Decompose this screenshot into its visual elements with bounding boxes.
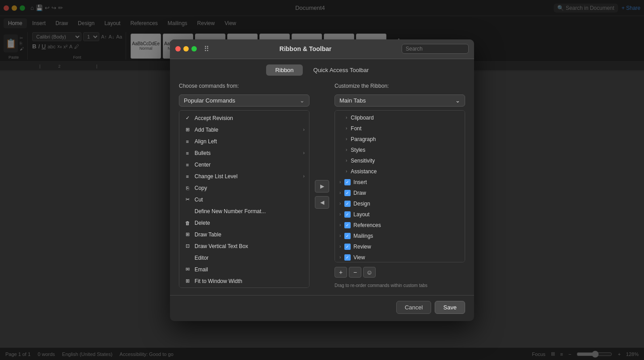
cancel-button[interactable]: Cancel xyxy=(396,301,431,314)
sensitivity-expand: › xyxy=(346,158,347,163)
tab-ribbon[interactable]: Ribbon xyxy=(266,64,302,76)
styles-expand: › xyxy=(346,147,347,152)
align-left-icon: ≡ xyxy=(184,138,191,145)
insert-expand: › xyxy=(339,180,341,184)
cmd-email[interactable]: ✉ Email xyxy=(179,264,309,275)
draw-check: ✓ xyxy=(344,190,351,196)
rename-tab-button[interactable]: ☺ xyxy=(363,267,376,278)
modal-close-btn[interactable] xyxy=(175,46,181,51)
clipboard-expand: › xyxy=(346,115,347,120)
cmd-align-left[interactable]: ≡ Align Left xyxy=(179,136,309,147)
ribbon-dropdown[interactable]: Main Tabs ⌄ xyxy=(335,94,465,107)
add-table-arrow: › xyxy=(303,127,305,132)
add-to-ribbon-button[interactable]: ▶ xyxy=(315,180,329,193)
draw-table-icon: ⊞ xyxy=(184,231,191,238)
cut-icon: ✂ xyxy=(184,196,191,203)
layout-expand: › xyxy=(339,212,341,217)
modal-titlebar: ⠿ Ribbon & Toolbar xyxy=(170,39,474,59)
assistance-expand: › xyxy=(346,169,347,174)
ribbon-item-sensitivity[interactable]: › Sensitivity xyxy=(335,155,465,166)
ribbon-item-styles[interactable]: › Styles xyxy=(335,145,465,155)
drag-hint: Drag to re-order commands within custom … xyxy=(335,283,465,288)
modal-window-controls xyxy=(175,46,197,51)
customize-ribbon-label: Customize the Ribbon: xyxy=(335,83,465,89)
right-panel: Customize the Ribbon: Main Tabs ⌄ › Clip… xyxy=(335,83,465,288)
view-expand: › xyxy=(339,255,341,260)
left-panel: Choose commands from: Popular Commands ⌄… xyxy=(179,83,309,288)
ribbon-item-design[interactable]: › ✓ Design xyxy=(335,198,465,209)
tab-quick-access-toolbar[interactable]: Quick Access Toolbar xyxy=(305,64,378,76)
cmd-fit-to-window-width[interactable]: ⊞ Fit to Window Width xyxy=(179,275,309,287)
cmd-add-table[interactable]: ⊞ Add Table › xyxy=(179,124,309,136)
cmd-cut[interactable]: ✂ Cut xyxy=(179,194,309,206)
cmd-center[interactable]: ≡ Center xyxy=(179,159,309,171)
ribbon-item-paragraph[interactable]: › Paragraph xyxy=(335,134,465,145)
review-expand: › xyxy=(339,244,341,249)
modal-max-btn[interactable] xyxy=(191,46,197,51)
ribbon-item-assistance[interactable]: › Assistance xyxy=(335,166,465,177)
modal-min-btn[interactable] xyxy=(183,46,189,51)
modal-footer: Cancel Save xyxy=(170,295,474,321)
commands-dropdown[interactable]: Popular Commands ⌄ xyxy=(179,94,309,107)
ribbon-item-review[interactable]: › ✓ Review xyxy=(335,241,465,252)
references-check: ✓ xyxy=(344,222,351,228)
commands-list[interactable]: ✓ Accept Revision ⊞ Add Table › ≡ Align … xyxy=(179,110,309,288)
design-expand: › xyxy=(339,201,341,206)
ribbon-item-draw[interactable]: › ✓ Draw xyxy=(335,188,465,198)
save-button[interactable]: Save xyxy=(435,301,465,314)
ribbon-toolbar-modal: ⠿ Ribbon & Toolbar Ribbon Quick Access T… xyxy=(170,39,474,321)
commands-dropdown-chevron: ⌄ xyxy=(300,97,305,104)
review-check: ✓ xyxy=(344,244,351,250)
cmd-bullets[interactable]: ≡ Bullets › xyxy=(179,147,309,159)
commands-from-label: Choose commands from: xyxy=(179,83,309,89)
add-tab-button[interactable]: + xyxy=(335,267,347,278)
modal-body: Choose commands from: Popular Commands ⌄… xyxy=(170,76,474,295)
cmd-accept-revision[interactable]: ✓ Accept Revision xyxy=(179,112,309,124)
cmd-editor[interactable]: Editor xyxy=(179,252,309,264)
ribbon-item-references[interactable]: › ✓ References xyxy=(335,220,465,231)
remove-tab-button[interactable]: − xyxy=(349,267,361,278)
ribbon-item-clipboard[interactable]: › Clipboard xyxy=(335,112,465,123)
paragraph-expand: › xyxy=(346,137,347,141)
center-icon: ≡ xyxy=(184,161,191,168)
ribbon-item-mailings[interactable]: › ✓ Mailings xyxy=(335,231,465,241)
copy-icon: ⎘ xyxy=(184,184,191,192)
draw-vertical-text-box-icon: ⊡ xyxy=(184,243,191,250)
ribbon-item-insert[interactable]: › ✓ Insert xyxy=(335,177,465,188)
cmd-draw-vertical-text-box[interactable]: ⊡ Draw Vertical Text Box xyxy=(179,240,309,252)
accept-revision-icon: ✓ xyxy=(184,115,191,122)
modal-overlay: ⠿ Ribbon & Toolbar Ribbon Quick Access T… xyxy=(0,0,644,360)
fit-to-window-icon: ⊞ xyxy=(184,278,191,285)
change-list-level-arrow: › xyxy=(303,174,305,179)
cmd-define-new-number-format[interactable]: Define New Number Format... xyxy=(179,206,309,217)
draw-expand: › xyxy=(339,190,341,195)
middle-arrows: ▶ ◀ xyxy=(309,101,335,288)
ribbon-item-layout[interactable]: › ✓ Layout xyxy=(335,209,465,220)
insert-check: ✓ xyxy=(344,179,351,185)
ribbon-dropdown-chevron: ⌄ xyxy=(455,97,460,104)
add-table-icon: ⊞ xyxy=(184,126,191,133)
ribbon-bottom-controls: + − ☺ xyxy=(335,267,465,278)
view-check: ✓ xyxy=(344,254,351,261)
email-icon: ✉ xyxy=(184,266,191,273)
editor-icon xyxy=(184,254,191,261)
cmd-copy[interactable]: ⎘ Copy xyxy=(179,182,309,194)
cmd-change-list-level[interactable]: ≡ Change List Level › xyxy=(179,171,309,182)
ribbon-item-view[interactable]: › ✓ View xyxy=(335,252,465,262)
references-expand: › xyxy=(339,223,341,227)
bullets-arrow: › xyxy=(303,150,305,155)
font-expand: › xyxy=(346,126,347,131)
modal-search-input[interactable] xyxy=(402,44,469,54)
ribbon-items-list[interactable]: › Clipboard › Font › Paragraph xyxy=(335,110,465,262)
mailings-expand: › xyxy=(339,233,341,238)
cmd-draw-table[interactable]: ⊞ Draw Table xyxy=(179,229,309,240)
modal-tabs: Ribbon Quick Access Toolbar xyxy=(170,59,474,76)
delete-icon: 🗑 xyxy=(184,219,191,227)
design-check: ✓ xyxy=(344,201,351,207)
cmd-delete[interactable]: 🗑 Delete xyxy=(179,217,309,229)
change-list-level-icon: ≡ xyxy=(184,173,191,180)
remove-from-ribbon-button[interactable]: ◀ xyxy=(315,196,329,209)
mailings-check: ✓ xyxy=(344,233,351,239)
ribbon-item-font[interactable]: › Font xyxy=(335,123,465,134)
bullets-icon: ≡ xyxy=(184,150,191,157)
